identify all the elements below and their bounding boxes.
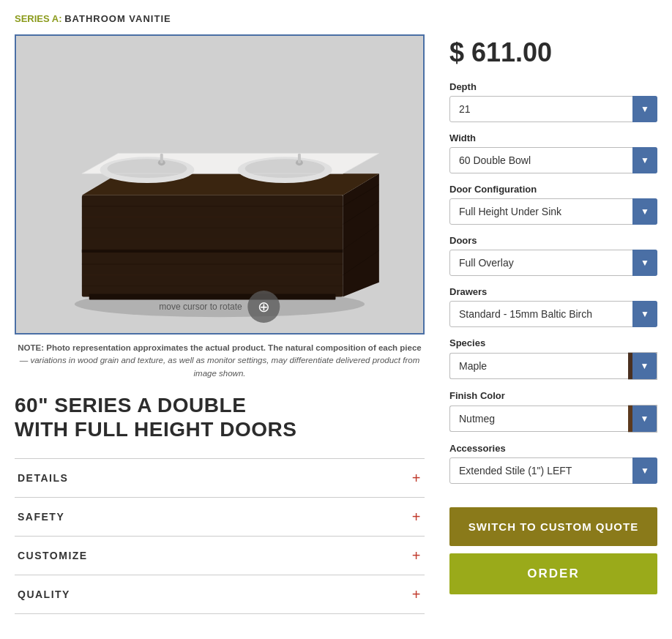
svg-rect-26: [298, 153, 301, 163]
option-doors: Doors Full Overlay Inset Partial Overlay…: [449, 235, 657, 276]
species-label: Species: [449, 337, 657, 348]
accordion-plus-details: +: [412, 471, 422, 485]
accordion-item-quality: QUALITY +: [15, 575, 425, 614]
series-label: SERIES A:: [15, 13, 62, 24]
finish-color-select[interactable]: Nutmeg Espresso White Grey: [449, 406, 628, 432]
accordion-header-safety[interactable]: SAFETY +: [15, 498, 425, 536]
product-name-line2: WITH FULL HEIGHT DOORS: [15, 417, 432, 442]
right-column: $ 611.00 Depth 18 21 24 ▼ Width: [449, 34, 657, 614]
accordion-label-quality: QUALITY: [18, 588, 70, 600]
width-select[interactable]: 30 36 42 48 60 Double Bowl 72 Double Bow…: [449, 147, 657, 173]
accordion-plus-quality: +: [412, 587, 422, 602]
accordion-item-customize: CUSTOMIZE +: [15, 536, 425, 575]
accessories-label: Accessories: [449, 443, 657, 454]
accordion-label-safety: SAFETY: [18, 511, 64, 523]
svg-rect-22: [160, 153, 163, 163]
option-accessories: Accessories Extended Stile (1") LEFT Ext…: [449, 443, 657, 484]
left-column: move cursor to rotate ⊕ NOTE: Photo repr…: [15, 34, 432, 614]
svg-rect-8: [82, 250, 343, 253]
rotate-icon: ⊕: [248, 291, 280, 323]
accordion-item-details: DETAILS +: [15, 458, 425, 497]
order-button[interactable]: ORDER: [449, 553, 657, 594]
door-config-select-wrapper: Full Height Under Sink Split Door Open S…: [449, 198, 657, 225]
accordion-label-details: DETAILS: [18, 472, 68, 484]
depth-select[interactable]: 18 21 24: [449, 96, 657, 122]
accessories-select-wrapper: Extended Stile (1") LEFT Extended Stile …: [449, 457, 657, 484]
door-config-label: Door Configuration: [449, 184, 657, 195]
svg-point-20: [108, 159, 187, 178]
drawers-label: Drawers: [449, 286, 657, 297]
accordion-header-customize[interactable]: CUSTOMIZE +: [15, 537, 425, 575]
photo-note: NOTE: Photo representation approximates …: [15, 342, 425, 380]
option-width: Width 30 36 42 48 60 Double Bowl 72 Doub…: [449, 132, 657, 173]
accessories-select[interactable]: Extended Stile (1") LEFT Extended Stile …: [449, 457, 657, 484]
svg-rect-2: [82, 195, 343, 297]
rotate-symbol: ⊕: [258, 298, 270, 315]
drawers-select[interactable]: Standard - 15mm Baltic Birch Dovetail - …: [449, 301, 657, 327]
rotate-hint-text: move cursor to rotate: [159, 302, 242, 312]
rotate-hint: move cursor to rotate ⊕: [159, 291, 280, 323]
drawers-select-wrapper: Standard - 15mm Baltic Birch Dovetail - …: [449, 301, 657, 327]
finish-color-label: Finish Color: [449, 390, 657, 401]
finish-color-select-wrapper: Nutmeg Espresso White Grey ▼: [449, 405, 657, 433]
width-select-wrapper: 30 36 42 48 60 Double Bowl 72 Double Bow…: [449, 147, 657, 173]
option-species: Species Maple Oak Cherry Walnut ▼: [449, 337, 657, 380]
accordion-plus-safety: +: [412, 509, 422, 524]
breadcrumb: SERIES A: BATHROOM VANITIE: [15, 13, 657, 24]
svg-point-24: [245, 159, 325, 178]
accordion: DETAILS + SAFETY + CUSTOMIZE +: [15, 458, 425, 614]
depth-select-wrapper: 18 21 24 ▼: [449, 96, 657, 122]
doors-select[interactable]: Full Overlay Inset Partial Overlay: [449, 250, 657, 276]
species-swatch: [628, 352, 657, 380]
finish-color-swatch: [628, 405, 657, 433]
option-door-config: Door Configuration Full Height Under Sin…: [449, 184, 657, 225]
accordion-item-safety: SAFETY +: [15, 497, 425, 536]
product-name-line1: 60" SERIES A DOUBLE: [15, 393, 432, 418]
depth-label: Depth: [449, 81, 657, 92]
species-select[interactable]: Maple Oak Cherry Walnut: [449, 353, 628, 379]
width-label: Width: [449, 132, 657, 143]
option-drawers: Drawers Standard - 15mm Baltic Birch Dov…: [449, 286, 657, 327]
product-name: 60" SERIES A DOUBLE WITH FULL HEIGHT DOO…: [15, 393, 432, 442]
accordion-header-quality[interactable]: QUALITY +: [15, 575, 425, 613]
product-image: move cursor to rotate ⊕: [15, 34, 425, 335]
option-finish-color: Finish Color Nutmeg Espresso White Grey …: [449, 390, 657, 433]
accordion-header-details[interactable]: DETAILS +: [15, 459, 425, 497]
species-select-wrapper: Maple Oak Cherry Walnut ▼: [449, 352, 657, 380]
option-depth: Depth 18 21 24 ▼: [449, 81, 657, 122]
custom-quote-button[interactable]: SWITCH TO CUSTOM QUOTE: [449, 507, 657, 546]
doors-select-wrapper: Full Overlay Inset Partial Overlay ▼: [449, 250, 657, 276]
page-title: BATHROOM VANITIE: [64, 13, 171, 24]
doors-label: Doors: [449, 235, 657, 246]
accordion-plus-customize: +: [412, 548, 422, 563]
accordion-label-customize: CUSTOMIZE: [18, 550, 88, 561]
door-config-select[interactable]: Full Height Under Sink Split Door Open S…: [449, 198, 657, 225]
product-illustration: [16, 36, 423, 333]
product-price: $ 611.00: [449, 37, 657, 68]
